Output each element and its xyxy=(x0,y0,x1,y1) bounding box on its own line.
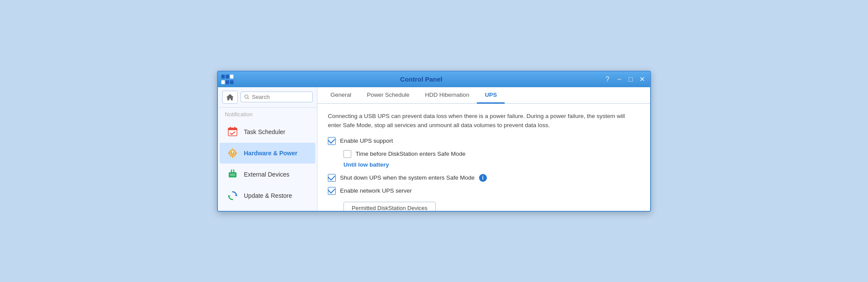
applications-section-label: Applications xyxy=(232,210,269,211)
external-devices-icon xyxy=(227,168,239,180)
sidebar-item-label-hardware-power: Hardware & Power xyxy=(244,150,298,157)
tab-general[interactable]: General xyxy=(323,87,359,104)
enable-network-ups-row: Enable network UPS server xyxy=(328,187,640,195)
shutdown-ups-checkbox[interactable] xyxy=(328,174,336,182)
help-button[interactable]: ? xyxy=(606,75,609,83)
sidebar-item-label-task-scheduler: Task Scheduler xyxy=(244,128,285,135)
applications-section-header[interactable]: ▲ Applications xyxy=(218,207,317,211)
time-before-row: Time before DiskStation enters Safe Mode xyxy=(343,150,640,158)
sidebar-item-hardware-power[interactable]: Hardware & Power xyxy=(220,143,315,164)
app-icon xyxy=(221,75,233,84)
maximize-button[interactable]: □ xyxy=(626,75,635,84)
enable-ups-checkbox[interactable] xyxy=(328,137,336,145)
update-restore-icon xyxy=(227,190,239,202)
enable-network-ups-checkbox[interactable] xyxy=(328,187,336,195)
search-icon xyxy=(244,94,249,100)
until-low-battery-link[interactable]: Until low battery xyxy=(343,161,640,168)
hardware-power-icon xyxy=(227,147,239,159)
title-bar: Control Panel ? − □ ✕ xyxy=(218,72,650,87)
sidebar-items: Notification Task Scheduler xyxy=(218,108,317,211)
svg-point-0 xyxy=(245,95,248,98)
sidebar-item-external-devices[interactable]: External Devices xyxy=(220,164,315,185)
window-title: Control Panel xyxy=(237,75,606,83)
permitted-devices-button[interactable]: Permitted DiskStation Devices xyxy=(343,202,436,211)
close-button[interactable]: ✕ xyxy=(637,75,647,84)
enable-ups-row: Enable UPS support xyxy=(328,137,640,145)
shutdown-ups-info-icon[interactable]: i xyxy=(479,174,487,182)
shutdown-ups-label: Shut down UPS when the system enters Saf… xyxy=(340,174,475,181)
sidebar-item-update-restore[interactable]: Update & Restore xyxy=(220,185,315,206)
svg-rect-4 xyxy=(228,129,237,130)
home-button[interactable] xyxy=(222,91,238,104)
sidebar: Notification Task Scheduler xyxy=(218,87,317,211)
tab-hdd-hibernation[interactable]: HDD Hibernation xyxy=(417,87,477,104)
sidebar-item-label-external-devices: External Devices xyxy=(244,171,289,178)
content-area: Notification Task Scheduler xyxy=(218,87,650,211)
window-controls: ? − □ ✕ xyxy=(606,75,647,84)
control-panel-window: Control Panel ? − □ ✕ xyxy=(217,71,651,212)
tabs-bar: General Power Schedule HDD Hibernation U… xyxy=(317,87,650,104)
svg-rect-21 xyxy=(230,174,235,176)
search-box[interactable] xyxy=(240,92,313,102)
minimize-button[interactable]: − xyxy=(615,75,624,84)
tab-ups[interactable]: UPS xyxy=(477,87,505,104)
time-before-checkbox[interactable] xyxy=(343,150,351,158)
main-panel: General Power Schedule HDD Hibernation U… xyxy=(317,87,650,211)
search-input[interactable] xyxy=(252,94,309,100)
task-scheduler-icon xyxy=(227,126,239,138)
sidebar-search-area xyxy=(218,87,317,108)
sidebar-item-label-update-restore: Update & Restore xyxy=(244,192,292,199)
notification-label: Notification xyxy=(218,109,317,121)
svg-line-1 xyxy=(248,98,249,99)
enable-network-ups-label: Enable network UPS server xyxy=(340,187,412,194)
ups-description: Connecting a USB UPS can prevent data lo… xyxy=(328,111,640,130)
time-before-label: Time before DiskStation enters Safe Mode xyxy=(356,151,466,157)
shutdown-ups-row: Shut down UPS when the system enters Saf… xyxy=(328,174,640,182)
enable-ups-label: Enable UPS support xyxy=(340,138,393,144)
tab-power-schedule[interactable]: Power Schedule xyxy=(359,87,417,104)
sidebar-item-task-scheduler[interactable]: Task Scheduler xyxy=(220,121,315,142)
ups-panel-content: Connecting a USB UPS can prevent data lo… xyxy=(317,104,650,211)
